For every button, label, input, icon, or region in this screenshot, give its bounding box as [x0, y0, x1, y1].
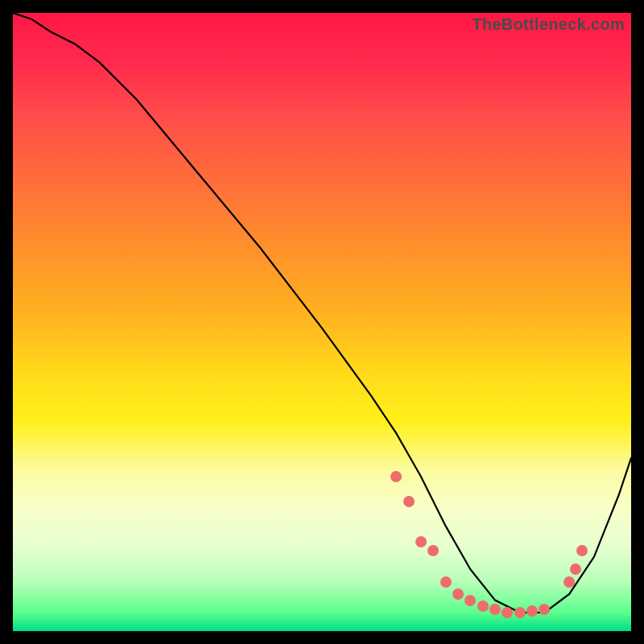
marker-dot [514, 607, 526, 618]
marker-dot [526, 605, 538, 617]
chart-frame: TheBottleneck.com [0, 0, 644, 644]
marker-dot [576, 545, 588, 556]
marker-dot [403, 496, 415, 507]
watermark-text: TheBottleneck.com [472, 15, 625, 34]
marker-dot [564, 576, 575, 588]
plot-area: TheBottleneck.com [13, 13, 631, 631]
marker-dot [489, 604, 501, 615]
marker-dot [477, 601, 489, 612]
marker-dot [427, 545, 439, 556]
marker-dot [502, 607, 513, 618]
marker-dot [570, 564, 581, 575]
marker-dot [390, 471, 402, 482]
marker-dot [464, 595, 476, 606]
marker-dot [415, 536, 427, 547]
marker-dot [440, 576, 452, 588]
marker-dot [539, 604, 550, 615]
bottleneck-curve [13, 13, 631, 631]
marker-dot [452, 588, 464, 600]
